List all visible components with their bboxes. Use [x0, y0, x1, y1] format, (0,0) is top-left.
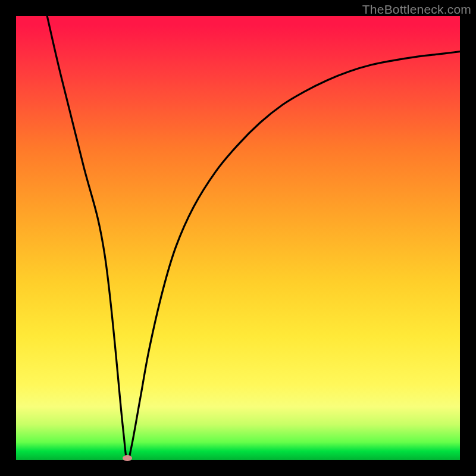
watermark-text: TheBottleneck.com: [362, 2, 471, 17]
bottleneck-curve: [16, 16, 460, 460]
minimum-marker: [123, 455, 132, 461]
chart-frame: [16, 16, 460, 460]
